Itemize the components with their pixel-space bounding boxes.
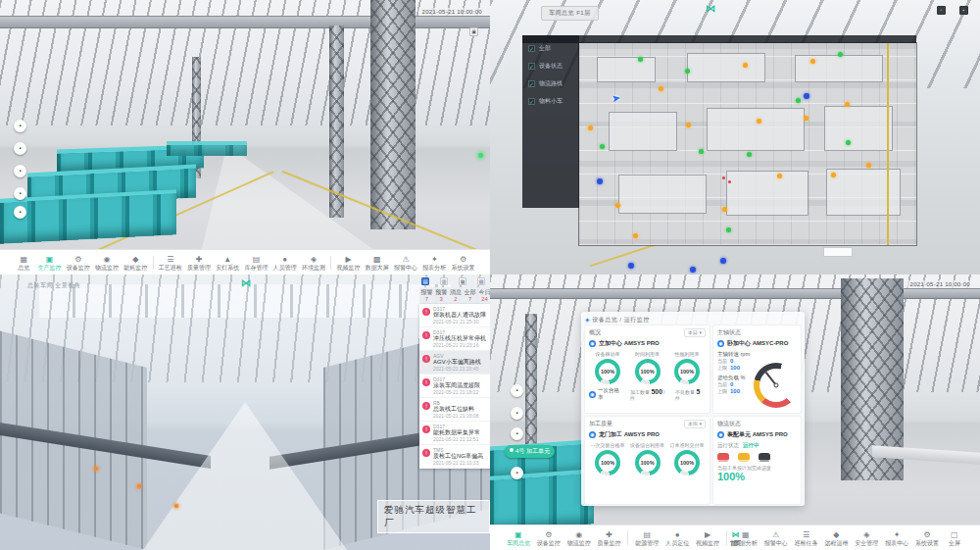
toolbar-item-设备监控[interactable]: ⚙设备监控 — [537, 530, 561, 546]
status-dot-g[interactable] — [838, 52, 843, 57]
status-dot-g[interactable] — [638, 57, 643, 62]
toolbar-item-数据大屏[interactable]: ▩数据大屏 — [366, 255, 389, 271]
toolbar-item-人员定位[interactable]: ●人员定位 — [665, 530, 689, 546]
toolbar-item-生产监控[interactable]: ▣生产监控 — [38, 255, 62, 271]
status-dot-o[interactable] — [866, 163, 871, 168]
layer-toggle-设备状态[interactable]: ✓设备状态 — [528, 62, 579, 71]
status-dot-b[interactable] — [628, 263, 634, 269]
status-dot-o[interactable] — [845, 102, 850, 107]
toolbar-item-报警中心[interactable]: ⚠报警中心 — [394, 255, 417, 271]
range-select[interactable]: 本班 ▾ — [684, 420, 706, 428]
status-dot-b[interactable] — [597, 178, 603, 184]
alarm-tab-今日[interactable]: 今日24 — [477, 289, 490, 303]
status-dot-o[interactable] — [804, 116, 808, 121]
panel-view-button-4[interactable]: ▧ — [477, 277, 485, 285]
toolbar-item-质量监控[interactable]: ✚质量监控 — [598, 530, 621, 546]
status-dot-o[interactable] — [659, 86, 663, 91]
toolbar-item-物流监控[interactable]: ◉物流监控 — [567, 530, 591, 546]
alarm-tab-消息[interactable]: 消息2 — [449, 289, 464, 303]
alarm-tab-预警[interactable]: 预警3 — [434, 289, 449, 303]
layer-toggle-物流路线[interactable]: ✓物流路线 — [528, 79, 579, 88]
status-dot-g[interactable] — [846, 140, 851, 145]
status-dot-o[interactable] — [615, 203, 620, 208]
status-dot-o[interactable] — [633, 233, 638, 238]
toolbar-item-系统设置[interactable]: ⚙系统设置 — [452, 255, 475, 271]
status-dot-g[interactable] — [685, 69, 690, 74]
status-dot-g[interactable] — [699, 149, 704, 154]
hotspot-marker-3[interactable]: ▪ — [14, 165, 26, 177]
alarm-list-item[interactable]: !D317焊装机器人通讯故障2021-05-21 21:25:30 — [419, 304, 490, 327]
hotspot-marker-1[interactable]: ▪ — [511, 384, 523, 397]
position-arrow-icon[interactable]: ➤ — [611, 91, 621, 105]
alarm-list-item[interactable]: !D317能耗数据采集异常2021-05-21 21:12:51 — [419, 422, 490, 445]
status-dot-o[interactable] — [686, 123, 691, 127]
toolbar-item-工艺巡检[interactable]: ☰工艺巡检 — [159, 255, 182, 271]
toolbar-item-安灯系统[interactable]: ▲安灯系统 — [216, 255, 239, 271]
toolbar-item-质量管理[interactable]: ✚质量管理 — [187, 255, 211, 271]
toolbar-item-库存管理[interactable]: ▤库存管理 — [245, 255, 269, 271]
toolbar-item-人员管理[interactable]: ●人员管理 — [273, 255, 297, 271]
toolbar-item-能耗监控[interactable]: ◆能耗监控 — [123, 255, 147, 271]
status-dot-o[interactable] — [777, 174, 782, 178]
status-dot-g[interactable] — [726, 227, 731, 232]
panel-view-button-2[interactable]: ▥ — [440, 277, 448, 285]
toolbar-item-视频监控[interactable]: ▶视频监控 — [337, 255, 361, 271]
toolbar-item-设备监控[interactable]: ⚙设备监控 — [67, 255, 90, 271]
status-dot-b[interactable] — [804, 93, 809, 99]
range-select[interactable]: 本日 ▾ — [684, 328, 706, 337]
hotspot-marker-4[interactable]: ▪ — [511, 467, 523, 479]
panel-view-button-1[interactable]: ▤ — [421, 277, 429, 285]
status-dot-r[interactable] — [728, 180, 731, 183]
window-button-2[interactable]: ▪ — [959, 6, 968, 15]
alarm-list-item[interactable]: !D317冲压线压机异常停机2021-05-21 21:23:16 — [419, 327, 490, 351]
status-dot-r[interactable] — [722, 176, 725, 179]
layer-toggle-物料小车[interactable]: ✓物料小车 — [528, 97, 579, 106]
hotspot-marker-1[interactable]: ▪ — [14, 120, 26, 132]
machine-tag-pill[interactable]: 4号 加工单元 — [505, 445, 555, 458]
alarm-tab-全部[interactable]: 全部7 — [463, 289, 477, 303]
hotspot-marker-4[interactable]: ▪ — [14, 187, 26, 200]
toolbar-item-全屏[interactable]: ▢全屏 — [946, 530, 963, 546]
alarm-tab-报警[interactable]: 报警7 — [419, 289, 434, 303]
hotspot-marker-2[interactable]: ▪ — [14, 142, 26, 155]
toolbar-item-视频监控[interactable]: ▶视频监控 — [696, 530, 719, 546]
toolbar-item-报表中心[interactable]: ✦报表中心 — [885, 530, 908, 546]
hotspot-marker-3[interactable]: ▪ — [511, 427, 523, 440]
status-dot-o[interactable] — [743, 63, 748, 68]
status-dot-o[interactable] — [722, 207, 727, 212]
status-dot-o[interactable] — [757, 119, 761, 124]
status-dot-b[interactable] — [690, 267, 696, 273]
alarm-list-item[interactable]: !TMS质检工位NG率偏高2021-05-21 21:10:33 — [419, 445, 490, 469]
toolbar-item-安全管理[interactable]: ◈安全管理 — [855, 530, 878, 546]
status-dot-o[interactable] — [831, 173, 836, 177]
toolbar-item-总览[interactable]: ▦总览 — [15, 255, 32, 271]
back-button[interactable]: 车间总览 F1层 — [541, 6, 599, 21]
window-button-1[interactable]: ▫ — [937, 6, 946, 15]
hotspot-marker-5[interactable]: ▪ — [14, 206, 26, 219]
panel-view-button-3[interactable]: ▦ — [459, 277, 466, 285]
status-dot-o[interactable] — [810, 59, 815, 64]
status-dot-o[interactable] — [588, 125, 593, 130]
toolbar-item-环境监测[interactable]: ◈环境监测 — [302, 255, 325, 271]
status-dot-b[interactable] — [720, 258, 726, 264]
checkbox-icon[interactable]: ✓ — [528, 98, 535, 105]
alarm-list-item[interactable]: !AGVAGV小车偏离路线2021-05-21 21:20:45 — [419, 351, 490, 375]
checkbox-icon[interactable]: ✓ — [528, 63, 535, 70]
toolbar-item-巡检任务[interactable]: ☰巡检任务 — [795, 530, 818, 546]
status-dot-g[interactable] — [600, 144, 605, 149]
alarm-list-item[interactable]: !D317涂装车间温度超限2021-05-21 21:18:22 — [419, 375, 490, 398]
toolbar-item-物流监控[interactable]: ◉物流监控 — [95, 255, 119, 271]
toolbar-item-系统设置[interactable]: ⚙系统设置 — [915, 530, 939, 546]
hotspot-marker-2[interactable]: ▪ — [511, 407, 523, 420]
alarm-list-item[interactable]: !RB总装线工位缺料2021-05-21 21:15:08 — [419, 398, 490, 422]
toolbar-item-报表分析[interactable]: ✦报表分析 — [422, 255, 446, 271]
toolbar-item-远程运维[interactable]: ◆远程运维 — [824, 530, 848, 546]
factory-floorplan[interactable] — [579, 43, 916, 245]
toolbar-item-能源管理[interactable]: ▤能源管理 — [635, 530, 659, 546]
status-dot-g[interactable] — [796, 98, 801, 103]
toolbar-item-车间总览[interactable]: ▣车间总览 — [507, 530, 530, 546]
expand-view-button[interactable]: ▣ — [469, 27, 478, 36]
toolbar-item-首页[interactable]: ⋈首页 — [726, 530, 744, 546]
layer-toggle-全部[interactable]: ✓全部 — [528, 44, 579, 53]
checkbox-icon[interactable]: ✓ — [528, 45, 535, 52]
